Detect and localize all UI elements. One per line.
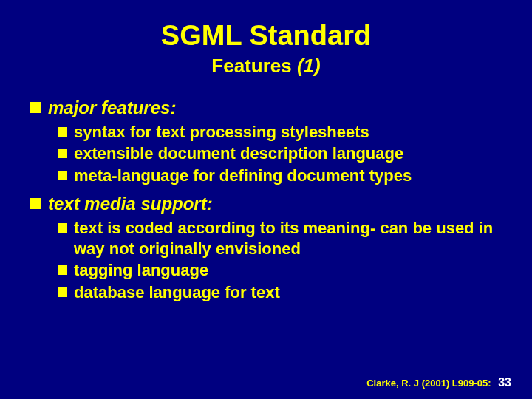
- square-bullet-icon: [58, 287, 67, 297]
- square-bullet-icon: [58, 149, 67, 158]
- list-item: syntax for text processing stylesheets: [58, 122, 502, 143]
- square-bullet-icon: [58, 223, 67, 233]
- subtitle-paren: (1): [297, 55, 321, 77]
- list-item: database language for text: [58, 282, 502, 303]
- section-items: syntax for text processing stylesheets e…: [58, 122, 502, 186]
- slide-subtitle: Features (1): [30, 55, 502, 78]
- list-item-text: syntax for text processing stylesheets: [74, 122, 369, 143]
- list-item: meta-language for defining document type…: [58, 166, 502, 186]
- slide-title: SGML Standard: [30, 21, 502, 52]
- square-bullet-icon: [30, 198, 41, 209]
- slide-content: major features: syntax for text processi…: [30, 97, 502, 303]
- list-item-text: meta-language for defining document type…: [74, 166, 412, 186]
- section-items: text is coded according to its meaning- …: [58, 218, 502, 302]
- list-item: tagging language: [58, 260, 502, 281]
- square-bullet-icon: [58, 171, 67, 180]
- list-item-text: tagging language: [74, 260, 208, 281]
- footer-citation: Clarke, R. J (2001) L909-05:: [366, 378, 491, 389]
- section-heading-text: major features:: [48, 97, 176, 119]
- section-heading: text media support:: [30, 193, 502, 215]
- subtitle-prefix: Features: [211, 55, 297, 77]
- list-item: text is coded according to its meaning- …: [58, 218, 502, 259]
- square-bullet-icon: [58, 127, 67, 137]
- section-heading-text: text media support:: [48, 193, 213, 215]
- list-item-text: text is coded according to its meaning- …: [74, 218, 502, 259]
- section-heading: major features:: [30, 97, 502, 119]
- square-bullet-icon: [30, 102, 41, 113]
- list-item-text: extensible document description language: [74, 143, 403, 164]
- square-bullet-icon: [58, 265, 67, 275]
- slide: SGML Standard Features (1) major feature…: [0, 0, 532, 399]
- footer-page-number: 33: [498, 376, 511, 389]
- list-item: extensible document description language: [58, 143, 502, 164]
- slide-footer: Clarke, R. J (2001) L909-05: 33: [366, 377, 511, 389]
- list-item-text: database language for text: [74, 282, 280, 303]
